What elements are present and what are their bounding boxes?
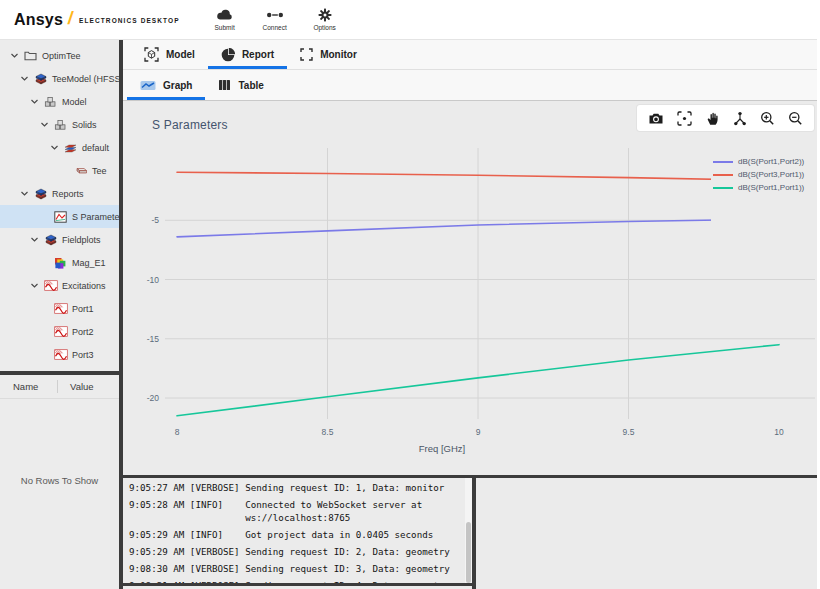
tab-report[interactable]: Report <box>208 40 287 69</box>
chevron-down-icon[interactable] <box>48 143 60 152</box>
sidebar-item-default[interactable]: default <box>0 136 119 159</box>
camera-icon[interactable] <box>648 112 664 125</box>
tree-item-label: OptimTee <box>42 51 81 61</box>
focus-icon[interactable] <box>677 111 692 126</box>
sidebar-item-model[interactable]: Model <box>0 90 119 113</box>
tree-item-label: Excitations <box>62 281 106 291</box>
sidebar-item-port1[interactable]: Port1 <box>0 297 119 320</box>
monitor-icon <box>300 48 313 61</box>
ansys-logo: Ansys / ELECTRONICS DESKTOP <box>14 8 180 31</box>
tab-graph[interactable]: Graph <box>127 70 205 100</box>
tree-item-label: Reports <box>52 189 84 199</box>
folder-icon <box>23 50 38 61</box>
pan-icon[interactable] <box>705 111 720 126</box>
chevron-down-icon[interactable] <box>18 189 30 198</box>
scrollbar-thumb[interactable] <box>466 522 471 583</box>
brand-slash-icon: / <box>67 8 75 29</box>
chart-toolbar <box>637 105 814 131</box>
console-line: 9:05:29 AM [INFO] Got project data in 0.… <box>129 528 472 541</box>
legend-label: dB(S(Port1,Port1)) <box>738 183 804 192</box>
hfss-icon <box>43 234 58 246</box>
header-action-submit[interactable]: Submit <box>208 8 242 31</box>
chart-title: S Parameters <box>152 118 228 132</box>
tab-label: Report <box>242 49 274 60</box>
legend-label: dB(S(Port3,Port1)) <box>738 170 804 179</box>
zoom-out-icon[interactable] <box>788 111 803 126</box>
chart-panel: -5-10-15-2088.599.510Freq [GHz] S Parame… <box>123 101 817 475</box>
header-action-options[interactable]: Options <box>308 8 342 31</box>
properties-header: Name Value <box>0 375 119 399</box>
tree-item-label: Port1 <box>72 304 94 314</box>
svg-text:-10: -10 <box>147 275 160 285</box>
nodes-icon[interactable] <box>733 111 747 126</box>
sidebar-item-solids[interactable]: Solids <box>0 113 119 136</box>
legend-entry-2[interactable]: dB(S(Port3,Port1)) <box>713 168 817 181</box>
report-tabbar: GraphTable <box>123 70 817 101</box>
svg-text:8.5: 8.5 <box>322 427 334 437</box>
tree-item-label: Mag_E1 <box>72 258 106 268</box>
console-line: 9:05:29 AM [VERBOSE] Sending request ID:… <box>129 545 472 558</box>
legend-swatch <box>713 187 733 189</box>
column-divider[interactable] <box>57 380 58 393</box>
svg-text:9: 9 <box>476 427 481 437</box>
tree-item-label: Model <box>62 97 87 107</box>
tree-item-label: Tee <box>92 166 107 176</box>
left-column: OptimTeeTeeModel (HFSS)ModelSolidsdefaul… <box>0 40 119 589</box>
port-icon <box>43 280 58 291</box>
tree-item-label: Port3 <box>72 350 94 360</box>
tab-model[interactable]: Model <box>131 40 208 69</box>
bottom-area: 9:05:27 AM [VERBOSE] Sending request ID:… <box>123 478 817 589</box>
legend-entry-3[interactable]: dB(S(Port1,Port1)) <box>713 181 817 194</box>
brand-name: Ansys <box>14 11 63 29</box>
chevron-down-icon[interactable] <box>18 74 30 83</box>
tree-item-label: Port2 <box>72 327 94 337</box>
chevron-down-icon[interactable] <box>38 120 50 129</box>
header-actions: SubmitConnectOptions <box>208 8 342 31</box>
column-header-name[interactable]: Name <box>13 381 57 392</box>
main-area: ModelReportMonitor GraphTable -5-10-15-2… <box>123 40 817 589</box>
sidebar-item-excitations[interactable]: Excitations <box>0 274 119 297</box>
tree-item-label: Fieldplots <box>62 235 101 245</box>
legend-swatch <box>713 174 733 176</box>
sidebar-item-fieldplots[interactable]: Fieldplots <box>0 228 119 251</box>
product-name: ELECTRONICS DESKTOP <box>79 17 180 24</box>
svg-text:-15: -15 <box>147 334 160 344</box>
chevron-down-icon[interactable] <box>8 51 20 60</box>
tab-label: Table <box>238 80 263 91</box>
zoom-in-icon[interactable] <box>760 111 775 126</box>
tab-monitor[interactable]: Monitor <box>287 40 370 69</box>
sidebar-item-tee[interactable]: Tee <box>0 159 119 182</box>
port-icon <box>53 303 68 314</box>
port-icon <box>53 326 68 337</box>
legend-entry-1[interactable]: dB(S(Port1,Port2)) <box>713 155 817 168</box>
tree-item-label: default <box>82 143 109 153</box>
tree-item-label: S Parameters <box>72 212 119 222</box>
report-icon <box>221 48 235 62</box>
sidebar-item-teemodel-hfss[interactable]: TeeModel (HFSS) <box>0 67 119 90</box>
sidebar-item-port2[interactable]: Port2 <box>0 320 119 343</box>
chevron-down-icon[interactable] <box>28 281 40 290</box>
svg-text:10: 10 <box>774 427 784 437</box>
chevron-down-icon[interactable] <box>28 97 40 106</box>
column-header-value[interactable]: Value <box>70 381 94 392</box>
sidebar-item-port3[interactable]: Port3 <box>0 343 119 366</box>
console-line: 9:08:30 AM [VERBOSE] Sending request ID:… <box>129 562 472 575</box>
console-scrollbar[interactable] <box>465 478 472 583</box>
sidebar-item-optimtee[interactable]: OptimTee <box>0 44 119 67</box>
tab-table[interactable]: Table <box>205 70 276 100</box>
box-icon <box>73 166 88 176</box>
tree-item-label: Solids <box>72 120 97 130</box>
sidebar-item-s-parameters[interactable]: S Parameters <box>0 205 119 228</box>
chart-legend: dB(S(Port1,Port2))dB(S(Port3,Port1))dB(S… <box>711 145 817 231</box>
cloud-icon <box>216 8 233 22</box>
material-icon <box>63 142 78 153</box>
sidebar-item-reports[interactable]: Reports <box>0 182 119 205</box>
tab-label: Model <box>166 49 195 60</box>
console-line: 9:08:31 AM [VERBOSE] Sending request ID:… <box>129 579 472 586</box>
sidebar-item-mag-e1[interactable]: Mag_E1 <box>0 251 119 274</box>
header-action-label: Connect <box>263 24 287 31</box>
solids-icon <box>43 96 58 108</box>
chevron-down-icon[interactable] <box>28 235 40 244</box>
properties-panel: Name Value No Rows To Show <box>0 375 119 589</box>
header-action-connect[interactable]: Connect <box>258 8 292 31</box>
